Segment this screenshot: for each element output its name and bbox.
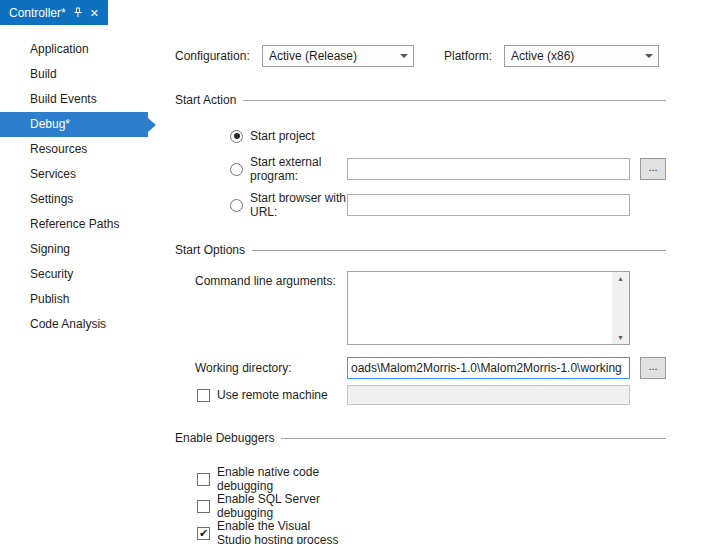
section-start-options: Start Options xyxy=(175,243,666,257)
chevron-down-icon xyxy=(400,54,408,58)
platform-dropdown[interactable]: Active (x86) xyxy=(504,45,659,67)
remote-machine-input[interactable] xyxy=(347,385,630,405)
sidebar-item-debug[interactable]: Debug* xyxy=(0,112,148,137)
native-debugging-checkbox[interactable] xyxy=(197,473,210,486)
properties-nav: Application Build Build Events Debug* Re… xyxy=(0,25,160,544)
command-line-label: Command line arguments: xyxy=(195,274,336,288)
sidebar-item-reference-paths[interactable]: Reference Paths xyxy=(0,212,148,237)
hosting-process-label: Enable the Visual Studio hosting process xyxy=(217,519,347,544)
platform-label: Platform: xyxy=(444,49,504,63)
section-title: Enable Debuggers xyxy=(175,431,274,445)
native-debugging-row: Enable native code debugging xyxy=(175,465,707,487)
command-line-arguments-box: ▲ ▼ xyxy=(347,271,630,345)
section-enable-debuggers: Enable Debuggers xyxy=(175,431,666,445)
native-debugging-label: Enable native code debugging xyxy=(217,465,347,493)
sql-debugging-checkbox[interactable] xyxy=(197,500,210,513)
scroll-down-icon[interactable]: ▼ xyxy=(617,331,624,344)
use-remote-machine-checkbox[interactable] xyxy=(197,389,210,402)
start-browser-radio[interactable] xyxy=(230,199,243,212)
browser-url-input[interactable] xyxy=(347,194,630,216)
sidebar-item-build[interactable]: Build xyxy=(0,62,148,87)
working-directory-browse-button[interactable]: ... xyxy=(640,357,666,379)
configuration-label: Configuration: xyxy=(175,49,262,63)
external-program-input[interactable] xyxy=(347,158,630,180)
working-directory-row: Working directory: ... xyxy=(175,357,707,379)
working-directory-input[interactable] xyxy=(347,357,630,379)
project-properties-window: Controller* ✕ Application Build Build Ev… xyxy=(0,0,707,544)
vertical-scrollbar[interactable]: ▲ ▼ xyxy=(612,272,629,344)
sidebar-item-application[interactable]: Application xyxy=(0,37,148,62)
sql-debugging-label: Enable SQL Server debugging xyxy=(217,492,347,520)
close-icon[interactable]: ✕ xyxy=(90,7,99,19)
sidebar-item-settings[interactable]: Settings xyxy=(0,187,148,212)
document-tabstrip: Controller* ✕ xyxy=(0,0,707,25)
sidebar-item-build-events[interactable]: Build Events xyxy=(0,87,148,112)
section-rule xyxy=(281,438,666,439)
hosting-process-checkbox[interactable]: ✔ xyxy=(197,527,210,540)
sidebar-item-resources[interactable]: Resources xyxy=(0,137,148,162)
section-rule xyxy=(252,250,666,251)
external-program-browse-button[interactable]: ... xyxy=(640,158,666,180)
configuration-row: Configuration: Active (Release) Platform… xyxy=(175,45,707,67)
command-line-row: Command line arguments: ▲ ▼ xyxy=(175,271,707,345)
start-project-label: Start project xyxy=(250,129,315,143)
section-title: Start Options xyxy=(175,243,245,257)
configuration-dropdown[interactable]: Active (Release) xyxy=(262,45,414,67)
sql-debugging-row: Enable SQL Server debugging xyxy=(175,492,707,514)
use-remote-machine-row: Use remote machine xyxy=(175,385,707,405)
start-project-row: Start project xyxy=(175,125,707,147)
sidebar-item-services[interactable]: Services xyxy=(0,162,148,187)
sidebar-item-security[interactable]: Security xyxy=(0,262,148,287)
sidebar-item-signing[interactable]: Signing xyxy=(0,237,148,262)
sidebar-item-publish[interactable]: Publish xyxy=(0,287,148,312)
chevron-down-icon xyxy=(645,54,653,58)
platform-value: Active (x86) xyxy=(511,49,574,63)
tab-title: Controller* xyxy=(9,6,66,20)
start-browser-label: Start browser with URL: xyxy=(250,191,347,219)
sidebar-item-code-analysis[interactable]: Code Analysis xyxy=(0,312,148,337)
scroll-up-icon[interactable]: ▲ xyxy=(617,272,624,285)
start-external-row: Start external program: ... xyxy=(175,155,707,183)
configuration-value: Active (Release) xyxy=(269,49,357,63)
start-external-label: Start external program: xyxy=(250,155,347,183)
debug-settings-pane: Configuration: Active (Release) Platform… xyxy=(160,25,707,544)
start-external-radio[interactable] xyxy=(230,163,243,176)
command-line-arguments-input[interactable] xyxy=(348,272,612,344)
hosting-process-row: ✔ Enable the Visual Studio hosting proce… xyxy=(175,519,707,541)
tab-controller[interactable]: Controller* ✕ xyxy=(0,0,108,25)
section-title: Start Action xyxy=(175,93,236,107)
pin-icon[interactable] xyxy=(73,7,83,18)
section-rule xyxy=(243,100,666,101)
use-remote-machine-label: Use remote machine xyxy=(217,388,328,402)
start-project-radio[interactable] xyxy=(230,130,243,143)
section-start-action: Start Action xyxy=(175,93,666,107)
working-directory-label: Working directory: xyxy=(195,361,291,375)
start-browser-row: Start browser with URL: xyxy=(175,191,707,219)
